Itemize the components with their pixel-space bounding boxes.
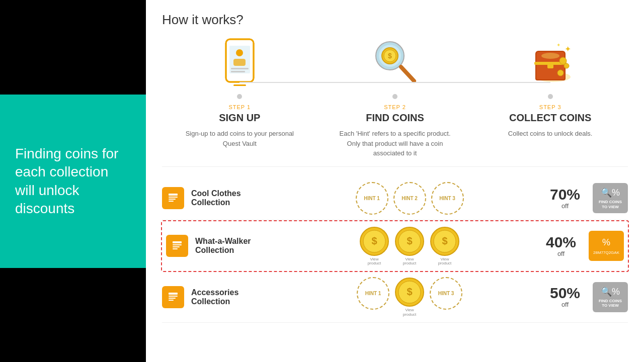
accessories-icon (162, 286, 184, 308)
svg-text:✦: ✦ (556, 42, 560, 48)
svg-rect-47 (169, 300, 174, 301)
step-1-dot (237, 94, 242, 99)
svg-rect-5 (231, 68, 249, 69)
svg-rect-45 (169, 296, 178, 297)
clothes-icon (162, 187, 184, 209)
step-2-desc: Each 'Hint' refers to a specific product… (337, 129, 453, 158)
clothes-hints: HINT 1 HINT 2 HINT 3 (277, 182, 542, 215)
clothes-discount: 70% off (542, 187, 588, 210)
accessories-btn-label: FIND COINSTO VIEW (599, 299, 622, 308)
svg-point-24 (541, 53, 559, 59)
main-content: How it works? (146, 0, 644, 362)
walker-icon (166, 235, 188, 257)
svg-point-21 (559, 57, 567, 64)
left-panel: Finding coins for each collection will u… (0, 0, 146, 362)
accessories-discount-off: off (542, 301, 588, 308)
clothes-hint-2: HINT 2 (393, 182, 426, 215)
step-3-desc: Collect coins to unlock deals. (508, 129, 593, 139)
clothes-discount-off: off (542, 202, 588, 210)
clothes-hint-3: HINT 3 (431, 182, 464, 215)
clothes-btn-label: FIND COINSTO VIEW (599, 200, 622, 209)
accessories-coin-2-label: Viewproduct (403, 308, 417, 317)
step-2-icon: $ (370, 37, 420, 87)
walker-coin-1: $ Viewproduct (359, 226, 389, 266)
svg-text:$: $ (407, 286, 412, 297)
svg-rect-44 (169, 293, 178, 295)
how-it-works-title: How it works? (162, 12, 628, 28)
step-1-desc: Sign-up to add coins to your personal Qu… (182, 129, 297, 148)
walker-code: 28M77Q2GAK (593, 250, 619, 255)
walker-coin-2-label: Viewproduct (403, 257, 417, 266)
accessories-discount: 50% off (542, 286, 588, 308)
svg-line-13 (401, 67, 414, 81)
left-teal-panel: Finding coins for each collection will u… (0, 95, 146, 268)
walker-collection-name: What-a-Walker Collection (195, 237, 281, 255)
svg-rect-31 (173, 241, 182, 243)
svg-point-22 (564, 63, 569, 68)
svg-rect-33 (173, 246, 180, 247)
svg-text:$: $ (442, 235, 447, 246)
accessories-hint-3: HINT 3 (430, 277, 462, 310)
svg-rect-6 (231, 71, 245, 72)
step-3-title: COLLECT COINS (509, 112, 591, 124)
walker-coin-2: $ Viewproduct (394, 226, 425, 266)
step-1-label: STEP 1 (228, 104, 251, 110)
walker-code-btn[interactable]: % 28M77Q2GAK (589, 231, 624, 261)
accessories-find-coins-btn[interactable]: 🔍% FIND COINSTO VIEW (593, 282, 628, 312)
step-3: ✦ ✦ STEP 3 COLLECT COINS Collect coins t… (472, 37, 628, 139)
left-black-top (0, 0, 146, 95)
svg-rect-29 (169, 199, 176, 200)
step-1: STEP 1 SIGN UP Sign-up to add coins to y… (162, 37, 317, 148)
svg-rect-28 (169, 197, 178, 198)
clothes-discount-pct: 70% (542, 187, 588, 202)
svg-text:$: $ (371, 235, 377, 246)
left-black-bottom (0, 268, 146, 362)
tagline: Finding coins for each collection will u… (15, 145, 131, 218)
svg-text:$: $ (407, 235, 412, 246)
svg-rect-4 (233, 59, 246, 66)
walker-discount-off: off (538, 250, 584, 257)
svg-text:✦: ✦ (565, 45, 571, 53)
collections-section: Cool Clothes Collection HINT 1 HINT 2 HI… (162, 177, 628, 323)
percent-icon: 🔍% (601, 187, 620, 198)
percent-icon-gold: % (602, 237, 610, 248)
collection-row-accessories: Accessories Collection HINT 1 $ Viewprod… (162, 272, 628, 323)
walker-discount: 40% off (538, 235, 584, 257)
collection-row-clothes: Cool Clothes Collection HINT 1 HINT 2 HI… (162, 177, 628, 220)
accessories-hints: HINT 1 $ Viewproduct HINT 3 (277, 277, 542, 317)
svg-rect-7 (233, 84, 246, 86)
step-3-icon: ✦ ✦ (525, 37, 576, 87)
step-2-title: FIND COINS (366, 112, 424, 124)
step-2-dot (392, 94, 397, 99)
accessories-hint-1: HINT 1 (357, 277, 389, 310)
step-1-icon (214, 37, 265, 87)
clothes-collection-name: Cool Clothes Collection (191, 189, 277, 207)
svg-rect-30 (169, 201, 174, 202)
svg-point-3 (236, 49, 243, 56)
svg-rect-46 (169, 298, 176, 299)
step-3-label: STEP 3 (539, 104, 561, 110)
svg-point-23 (557, 70, 564, 76)
svg-rect-20 (547, 63, 553, 68)
svg-rect-34 (173, 248, 178, 249)
svg-rect-27 (169, 194, 178, 196)
svg-text:$: $ (388, 52, 392, 60)
collection-row-walker: What-a-Walker Collection $ Viewproduct (161, 220, 629, 273)
step-2-label: STEP 2 (384, 104, 406, 110)
accessories-collection-name: Accessories Collection (191, 288, 277, 306)
walker-coin-3: $ Viewproduct (430, 226, 460, 266)
walker-coin-1-label: Viewproduct (368, 257, 381, 266)
clothes-hint-1: HINT 1 (356, 182, 388, 215)
step-1-title: SIGN UP (219, 112, 260, 124)
walker-coins: $ Viewproduct $ Viewproduct (281, 226, 538, 266)
accessories-discount-pct: 50% (542, 286, 588, 301)
walker-discount-pct: 40% (538, 235, 584, 250)
steps-container: STEP 1 SIGN UP Sign-up to add coins to y… (162, 37, 628, 167)
clothes-find-coins-btn[interactable]: 🔍% FIND COINSTO VIEW (593, 183, 628, 213)
accessories-coin-2: $ Viewproduct (394, 277, 425, 317)
percent-icon-acc: 🔍% (601, 286, 620, 297)
step-3-dot (548, 94, 553, 99)
walker-coin-3-label: Viewproduct (438, 257, 452, 266)
svg-rect-32 (173, 244, 182, 245)
step-2: $ STEP 2 FIND COINS Each 'Hint' refers t… (317, 37, 473, 158)
